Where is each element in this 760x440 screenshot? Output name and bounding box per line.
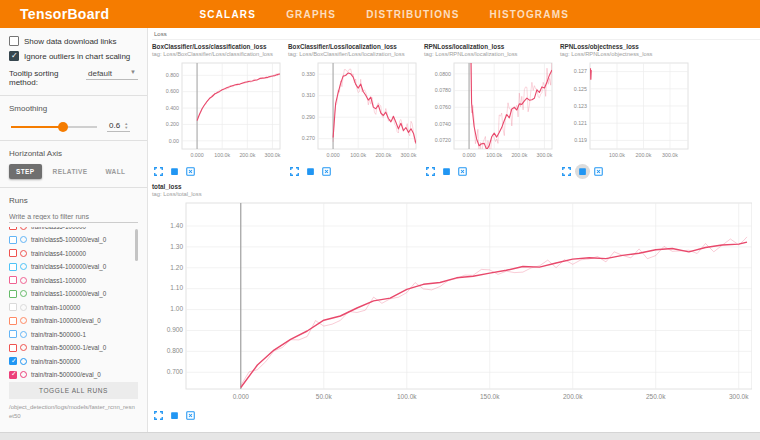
run-name: train/train-500000 <box>31 358 80 365</box>
checkbox-checked-icon[interactable] <box>9 51 19 61</box>
toggle-all-runs-button[interactable]: TOGGLE ALL RUNS <box>9 382 138 399</box>
tab-graphs[interactable]: GRAPHS <box>286 9 336 20</box>
chart-tag: tag: Loss/total_loss <box>152 191 760 198</box>
svg-text:0.600: 0.600 <box>166 89 179 95</box>
chart-plot[interactable]: 0.08000.07800.07600.07400.07200.000100.0… <box>424 59 556 165</box>
run-item[interactable]: train/class5-100000/eval_0 <box>9 233 138 247</box>
svg-text:0.0760: 0.0760 <box>435 104 451 110</box>
run-checkbox[interactable] <box>9 371 17 379</box>
checkbox-label: Show data download links <box>24 37 117 46</box>
svg-text:150.0k: 150.0k <box>480 393 500 400</box>
axis-button-step[interactable]: STEP <box>9 164 42 179</box>
run-checkbox[interactable] <box>9 344 17 352</box>
run-checkbox[interactable] <box>9 330 17 338</box>
horizontal-axis-label: Horizontal Axis <box>9 149 138 158</box>
run-color-circle-icon <box>20 358 27 365</box>
run-color-circle-icon <box>20 290 27 297</box>
settings-checkbox-row[interactable]: Show data download links <box>9 36 138 46</box>
svg-text:0.200: 0.200 <box>166 121 179 127</box>
fit-domain-icon[interactable] <box>593 166 604 177</box>
run-name: train/class4-100000 <box>31 250 86 257</box>
svg-text:0.0780: 0.0780 <box>435 87 451 93</box>
svg-text:100.0k: 100.0k <box>350 152 366 158</box>
runs-list-scrollbar[interactable] <box>135 229 138 261</box>
run-item[interactable]: train/class4-100000/eval_0 <box>9 260 138 274</box>
run-name: train/class5-100000 <box>31 227 86 230</box>
checkbox-unchecked-icon[interactable] <box>9 36 19 46</box>
chart-plot[interactable]: 0.8000.6000.4000.2000.000.000100.0k200.0… <box>152 59 284 165</box>
svg-text:0.119: 0.119 <box>574 137 587 143</box>
run-item[interactable]: train/train-100000/eval_0 <box>9 314 138 328</box>
full-size-icon[interactable] <box>441 166 452 177</box>
svg-text:0.000: 0.000 <box>233 393 250 400</box>
fit-domain-icon[interactable] <box>457 166 468 177</box>
slider-thumb[interactable] <box>58 122 68 132</box>
tab-scalars[interactable]: SCALARS <box>199 9 256 20</box>
tab-distributions[interactable]: DISTRIBUTIONS <box>366 9 459 20</box>
run-item[interactable]: train/train-500000-1 <box>9 328 138 342</box>
run-name: train/train-100000/eval_0 <box>31 317 101 324</box>
run-item[interactable]: train/class4-100000 <box>9 247 138 261</box>
fit-domain-icon[interactable] <box>185 410 196 421</box>
tag-group-label[interactable]: Loss <box>152 30 760 40</box>
expand-icon[interactable] <box>153 166 164 177</box>
run-item[interactable]: train/train-500000 <box>9 355 138 369</box>
svg-text:1.30: 1.30 <box>170 243 183 250</box>
svg-text:1.20: 1.20 <box>170 264 183 271</box>
tooltip-sort-row: Tooltip sorting method: default ▼ <box>9 68 138 87</box>
svg-text:300.0k: 300.0k <box>401 152 417 158</box>
full-size-icon[interactable] <box>577 166 588 177</box>
run-checkbox[interactable] <box>9 303 17 311</box>
full-size-icon[interactable] <box>169 410 180 421</box>
fit-domain-icon[interactable] <box>185 166 196 177</box>
run-checkbox[interactable] <box>9 290 17 298</box>
expand-icon[interactable] <box>289 166 300 177</box>
axis-button-relative[interactable]: RELATIVE <box>46 164 95 179</box>
run-checkbox[interactable] <box>9 357 17 365</box>
fit-domain-icon[interactable] <box>321 166 332 177</box>
run-checkbox[interactable] <box>9 227 17 230</box>
run-item[interactable]: train/train-100000 <box>9 301 138 315</box>
stepper-icon[interactable]: ▲▼ <box>124 122 128 130</box>
svg-text:1.10: 1.10 <box>170 285 183 292</box>
chart-plot[interactable]: 1.401.301.201.101.000.9000.8000.7000.000… <box>152 199 752 409</box>
axis-button-wall[interactable]: WALL <box>98 164 132 179</box>
sidebar: Show data download linksIgnore outliers … <box>0 28 148 432</box>
svg-text:0.0800: 0.0800 <box>435 71 451 77</box>
run-item[interactable]: train/class1-100000/eval_0 <box>9 287 138 301</box>
expand-icon[interactable] <box>561 166 572 177</box>
chart-footer-icons <box>561 166 692 177</box>
expand-icon[interactable] <box>153 410 164 421</box>
tooltip-sort-label: Tooltip sorting method: <box>9 69 82 87</box>
log-directory-path: /object_detection/logs/models/faster_rcn… <box>9 403 138 421</box>
expand-icon[interactable] <box>425 166 436 177</box>
run-checkbox[interactable] <box>9 276 17 284</box>
full-size-icon[interactable] <box>169 166 180 177</box>
smoothing-value-box[interactable]: 0.6 ▲▼ <box>107 121 130 132</box>
run-item[interactable]: train/train-500000/eval_0 <box>9 368 138 379</box>
chart-title: RPNLoss/localization_loss <box>424 43 556 51</box>
run-checkbox[interactable] <box>9 317 17 325</box>
smoothing-slider[interactable] <box>11 126 97 128</box>
chart-plot[interactable]: 0.1270.1250.1230.1210.119100.0k200.0k300… <box>560 59 692 165</box>
full-size-icon[interactable] <box>305 166 316 177</box>
tooltip-sort-dropdown[interactable]: default ▼ <box>86 68 138 80</box>
run-color-circle-icon <box>20 227 27 230</box>
svg-text:300.0k: 300.0k <box>729 393 749 400</box>
app-header: TensorBoard SCALARSGRAPHSDISTRIBUTIONSHI… <box>0 0 760 28</box>
settings-checkbox-row[interactable]: Ignore outliers in chart scaling <box>9 51 138 61</box>
run-item[interactable]: train/train-500000-1/eval_0 <box>9 341 138 355</box>
svg-text:100.0k: 100.0k <box>486 152 502 158</box>
chart-card: RPNLoss/localization_losstag: Loss/RPNLo… <box>424 43 556 177</box>
run-checkbox[interactable] <box>9 263 17 271</box>
chart-plot[interactable]: 0.3300.3100.2900.2700.000100.0k200.0k300… <box>288 59 420 165</box>
main-content: Loss BoxClassifier/Loss/classification_l… <box>148 28 760 432</box>
run-checkbox[interactable] <box>9 236 17 244</box>
runs-filter-input[interactable] <box>9 211 138 223</box>
run-checkbox[interactable] <box>9 249 17 257</box>
svg-text:0.270: 0.270 <box>302 136 315 142</box>
tab-histograms[interactable]: HISTOGRAMS <box>490 9 570 20</box>
run-item[interactable]: train/class1-100000 <box>9 274 138 288</box>
run-color-circle-icon <box>20 277 27 284</box>
svg-text:0.400: 0.400 <box>166 105 179 111</box>
